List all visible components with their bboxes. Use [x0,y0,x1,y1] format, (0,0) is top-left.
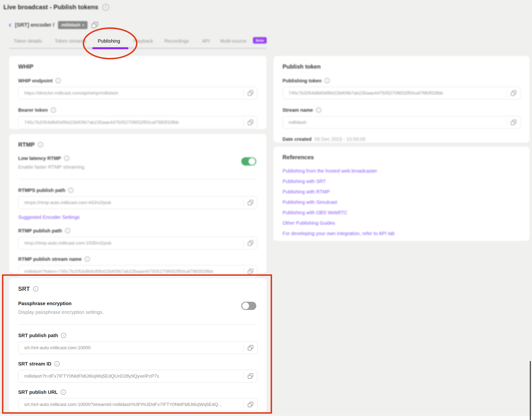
whip-endpoint-label: WHIP endpoint [18,78,53,84]
copy-srt-publish-path-button[interactable] [244,342,257,354]
copy-icon [247,90,254,96]
srt-publish-path-value[interactable]: srt://srt-auto.millicast.com:10000 [18,345,243,350]
publishing-token-field[interactable]: 745c7b2054d8d0d95d15bf09b7ab235aae447505… [282,87,521,99]
copy-publishing-token-button[interactable] [507,87,520,99]
breadcrumb-label: [SRT] encoder / [15,22,55,28]
tab-publishing[interactable]: Publishing [98,38,120,44]
reference-link-hosted-web-broadcaster[interactable]: Publishing from the hosted web broadcast… [282,168,521,174]
srt-card: SRT Passphrase encryption Display passph… [9,278,266,412]
copy-whip-endpoint-button[interactable] [244,87,257,99]
info-icon[interactable] [68,188,74,193]
publish-token-card: Publish token Publishing token 745c7b205… [274,56,530,143]
info-icon[interactable] [102,4,109,11]
whip-card-title: WHIP [18,63,33,70]
reference-link-other-publishing-guides[interactable]: Other Publishing Guides [282,220,521,226]
token-name-label: millidash [61,23,80,28]
date-created-value: 05 Dec 2023 - 10:59:09 [314,136,365,142]
copy-bearer-token-button[interactable] [244,116,257,128]
bearer-token-value[interactable]: 745c7b2054d8d0d95d15bf09b7ab235aae447505… [18,120,243,125]
whip-endpoint-field[interactable]: https://director.millicast.com/api/whip/… [18,87,258,99]
info-icon[interactable] [61,333,66,338]
info-icon[interactable] [324,78,330,83]
references-card: References Publishing from the hosted we… [274,147,530,241]
rtmps-publish-path-label: RTMPS publish path [18,187,65,193]
reference-link-publishing-with-srt[interactable]: Publishing with SRT [282,178,521,184]
rtmp-publish-stream-name-label: RTMP publish stream name [18,256,82,262]
passphrase-encryption-description: Display passphrase encryption settings. [18,309,258,315]
rtmps-publish-path-value[interactable]: rtmps://rtmp-auto.millicast.com:443/v2/p… [18,200,243,205]
copy-srt-publish-url-button[interactable] [244,398,257,411]
copy-icon [91,21,98,29]
reference-link-publishing-with-rtmp[interactable]: Publishing with RTMP [282,189,521,195]
token-name-dropdown[interactable]: millidash [58,21,88,29]
rtmp-publish-stream-name-field[interactable]: millidash?token=745c7b2054d8d0d95d15bf09… [18,265,258,278]
whip-endpoint-value[interactable]: https://director.millicast.com/api/whip/… [18,90,243,96]
info-icon[interactable] [33,286,38,292]
info-icon[interactable] [38,142,43,147]
srt-publish-url-value[interactable]: srt://srt-auto.millicast.com:10000?strea… [18,402,243,407]
divider [18,324,258,325]
copy-rtmps-path-button[interactable] [244,196,257,209]
info-icon[interactable] [316,107,321,113]
page-header: Live broadcast - Publish tokens [3,3,109,11]
tab-recordings[interactable]: Recordings [164,38,189,44]
info-icon[interactable] [85,256,90,262]
breadcrumb: [SRT] encoder / millidash [9,20,98,30]
reference-link-api-integration[interactable]: For developing your own integration, ref… [282,230,521,236]
passphrase-encryption-label: Passphrase encryption [18,300,72,306]
caret-down-icon [82,23,84,27]
divider [18,179,258,180]
rtmp-card-title: RTMP [18,141,35,148]
reference-link-publishing-with-simulcast[interactable]: Publishing with Simulcast [282,199,521,205]
bottom-strip [0,416,532,420]
rtmp-publish-path-field[interactable]: rtmp://rtmp-auto.millicast.com:1935/v2/p… [18,237,258,249]
copy-icon [247,119,254,126]
copy-stream-name-button[interactable] [507,116,520,128]
copy-rtmp-stream-name-button[interactable] [244,265,257,277]
toggle-knob [249,158,255,165]
back-chevron-icon[interactable] [9,21,11,28]
low-latency-rtmp-toggle[interactable] [241,157,256,165]
copy-icon [510,90,517,96]
info-icon[interactable] [51,107,56,113]
passphrase-encryption-toggle[interactable] [241,302,256,310]
copy-rtmp-path-button[interactable] [244,237,257,249]
srt-stream-id-value[interactable]: millidash?t=dFx7IFTY0NldFb8Jt6sjWq5EdQUn… [18,374,243,379]
tab-token-streams[interactable]: Token streams [55,38,86,44]
tab-playback[interactable]: Playback [133,38,153,44]
tab-multi-source[interactable]: Multi-source [220,38,247,44]
publishing-token-value[interactable]: 745c7b2054d8d0d95d15bf09b7ab235aae447505… [283,90,507,96]
toggle-knob [242,302,249,309]
tab-token-details[interactable]: Token details [14,38,42,44]
srt-stream-id-field[interactable]: millidash?t=dFx7IFTY0NldFb8Jt6sjWq5EdQUn… [18,370,258,382]
references-card-title: References [282,154,314,161]
suggested-encoder-settings-link[interactable]: Suggested Encoder Settings [18,214,80,220]
bearer-token-field[interactable]: 745c7b2054d8d0d95d15bf09b7ab235aae447505… [18,116,258,129]
stream-name-field[interactable]: millidash [282,116,521,129]
rtmp-publish-stream-name-value[interactable]: millidash?token=745c7b2054d8d0d95d15bf09… [18,269,243,274]
publish-token-card-title: Publish token [282,63,321,70]
reference-link-publishing-with-obs-webrtc[interactable]: Publishing with OBS WebRTC [282,210,521,215]
info-icon[interactable] [56,78,61,83]
copy-token-name-button[interactable] [91,21,98,29]
active-tab-indicator [92,47,128,49]
copy-icon [247,345,254,351]
low-latency-rtmp-label: Low latency RTMP [18,155,61,161]
info-icon[interactable] [61,390,66,395]
date-created-label: Date created [282,136,312,142]
srt-publish-path-field[interactable]: srt://srt-auto.millicast.com:10000 [18,342,258,354]
publishing-token-label: Publishing token [282,78,322,84]
info-icon[interactable] [54,361,60,366]
tab-api[interactable]: API [202,38,210,44]
stream-name-label: Stream name [282,107,313,113]
rtmps-publish-path-field[interactable]: rtmps://rtmp-auto.millicast.com:443/v2/p… [18,196,258,209]
stream-name-value[interactable]: millidash [283,120,507,125]
rtmp-publish-path-value[interactable]: rtmp://rtmp-auto.millicast.com:1935/v2/p… [18,240,243,246]
srt-publish-url-field[interactable]: srt://srt-auto.millicast.com:10000?strea… [18,398,258,411]
info-icon[interactable] [65,228,70,233]
copy-srt-stream-id-button[interactable] [244,370,257,382]
srt-stream-id-label: SRT stream ID [18,361,51,367]
info-icon[interactable] [64,156,69,161]
copy-icon [247,373,254,379]
copy-icon [247,268,254,275]
